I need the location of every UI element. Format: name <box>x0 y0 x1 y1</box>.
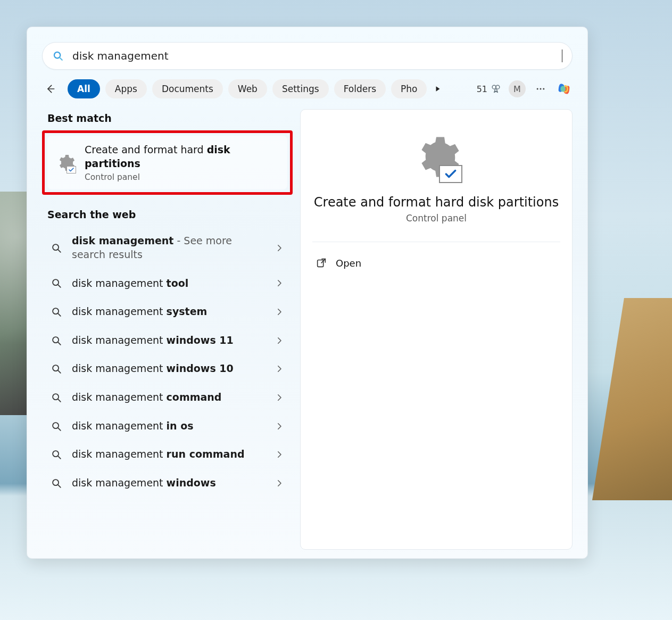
web-result[interactable]: disk management windows <box>42 469 293 498</box>
svg-line-19 <box>58 399 61 402</box>
filter-scroll-right-icon[interactable] <box>432 83 444 95</box>
web-result-text: disk management in os <box>72 419 265 433</box>
search-icon <box>51 449 62 460</box>
open-label: Open <box>336 258 361 269</box>
svg-point-7 <box>543 88 544 90</box>
results-body: Best match Create and format hard disk p… <box>42 109 573 550</box>
rewards-button[interactable]: 51 <box>477 84 501 94</box>
open-external-icon <box>316 257 327 269</box>
web-result-text: disk management windows 11 <box>72 334 265 348</box>
search-input[interactable] <box>71 49 558 63</box>
web-result[interactable]: disk management windows 11 <box>42 326 293 355</box>
search-icon <box>51 277 62 289</box>
chevron-right-icon <box>275 393 284 402</box>
control-panel-icon <box>56 153 75 172</box>
search-icon <box>51 363 62 375</box>
chevron-right-icon <box>275 278 284 288</box>
svg-point-6 <box>540 88 542 90</box>
web-result[interactable]: disk management - See more search result… <box>42 227 293 269</box>
best-match-heading: Best match <box>47 112 287 124</box>
chevron-right-icon <box>275 478 284 488</box>
filter-apps[interactable]: Apps <box>105 79 147 98</box>
chevron-right-icon <box>275 421 284 431</box>
search-web-heading: Search the web <box>47 209 287 220</box>
svg-line-23 <box>58 456 61 459</box>
results-left: Best match Create and format hard disk p… <box>42 109 293 550</box>
rewards-count: 51 <box>477 84 487 94</box>
svg-line-13 <box>58 313 61 316</box>
chevron-right-icon <box>275 450 284 459</box>
web-result[interactable]: disk management tool <box>42 269 293 298</box>
filter-photos[interactable]: Pho <box>391 79 427 98</box>
preview-divider <box>312 242 560 242</box>
preview-pane: Create and format hard disk partitions C… <box>300 109 573 550</box>
svg-line-21 <box>58 428 61 431</box>
web-result-text: disk management - See more search result… <box>72 234 265 261</box>
best-match-subtitle: Control panel <box>85 172 279 182</box>
text-cursor <box>562 49 562 62</box>
web-result[interactable]: disk management command <box>42 383 293 412</box>
web-result-text: disk management command <box>72 391 265 404</box>
search-icon <box>51 420 62 432</box>
more-button[interactable] <box>533 81 548 96</box>
web-result-text: disk management run command <box>72 448 265 461</box>
filter-all[interactable]: All <box>68 79 100 98</box>
filter-bar: All Apps Documents Web Settings Folders … <box>42 79 573 98</box>
search-icon <box>51 242 62 254</box>
check-badge-icon <box>67 166 76 173</box>
chevron-right-icon <box>275 243 284 253</box>
filter-documents[interactable]: Documents <box>152 79 223 98</box>
rewards-icon <box>491 84 501 94</box>
toolbar-right: 51 M <box>477 80 573 97</box>
user-avatar[interactable]: M <box>509 80 526 97</box>
svg-line-25 <box>58 485 61 487</box>
search-icon <box>51 335 62 346</box>
svg-point-5 <box>537 88 538 90</box>
preview-subtitle: Control panel <box>406 213 467 224</box>
best-match-result[interactable]: Create and format hard disk partitions C… <box>47 136 287 189</box>
search-bar[interactable] <box>42 42 573 70</box>
filter-settings[interactable]: Settings <box>272 79 329 98</box>
web-result-text: disk management windows <box>72 476 265 490</box>
check-badge-icon <box>439 165 462 183</box>
search-icon <box>51 477 62 489</box>
best-match-title-bold2: partitions <box>85 158 140 169</box>
web-result[interactable]: disk management in os <box>42 412 293 441</box>
svg-line-11 <box>58 285 61 287</box>
preview-title: Create and format hard disk partitions <box>314 195 559 210</box>
best-match-highlight: Create and format hard disk partitions C… <box>42 130 293 195</box>
svg-point-4 <box>496 85 500 89</box>
svg-line-1 <box>60 57 62 60</box>
svg-line-17 <box>58 370 61 373</box>
chevron-right-icon <box>275 364 284 374</box>
open-action[interactable]: Open <box>312 252 560 274</box>
search-window: All Apps Documents Web Settings Folders … <box>27 27 588 559</box>
search-icon <box>51 392 62 403</box>
chevron-right-icon <box>275 307 284 317</box>
web-result-text: disk management windows 10 <box>72 362 265 376</box>
web-results-list: disk management - See more search result… <box>42 227 293 497</box>
svg-line-15 <box>58 342 61 345</box>
best-match-title-prefix: Create and format hard <box>85 144 207 155</box>
chevron-right-icon <box>275 336 284 345</box>
filter-web[interactable]: Web <box>228 79 267 98</box>
best-match-text: Create and format hard disk partitions C… <box>85 143 279 182</box>
preview-header: Create and format hard disk partitions C… <box>312 131 560 224</box>
svg-point-3 <box>492 85 496 89</box>
best-match-title-bold1: disk <box>207 144 230 155</box>
copilot-button[interactable] <box>555 80 573 97</box>
search-icon <box>51 306 62 318</box>
web-result[interactable]: disk management windows 10 <box>42 354 293 383</box>
web-result-text: disk management tool <box>72 277 265 291</box>
web-result-text: disk management system <box>72 305 265 319</box>
web-result[interactable]: disk management run command <box>42 440 293 469</box>
back-button[interactable] <box>42 80 59 97</box>
search-icon <box>52 50 64 62</box>
svg-rect-26 <box>318 260 323 267</box>
web-result[interactable]: disk management system <box>42 297 293 326</box>
svg-line-9 <box>58 250 61 252</box>
filter-folders[interactable]: Folders <box>334 79 386 98</box>
preview-icon <box>412 133 460 181</box>
avatar-initial: M <box>513 84 521 94</box>
